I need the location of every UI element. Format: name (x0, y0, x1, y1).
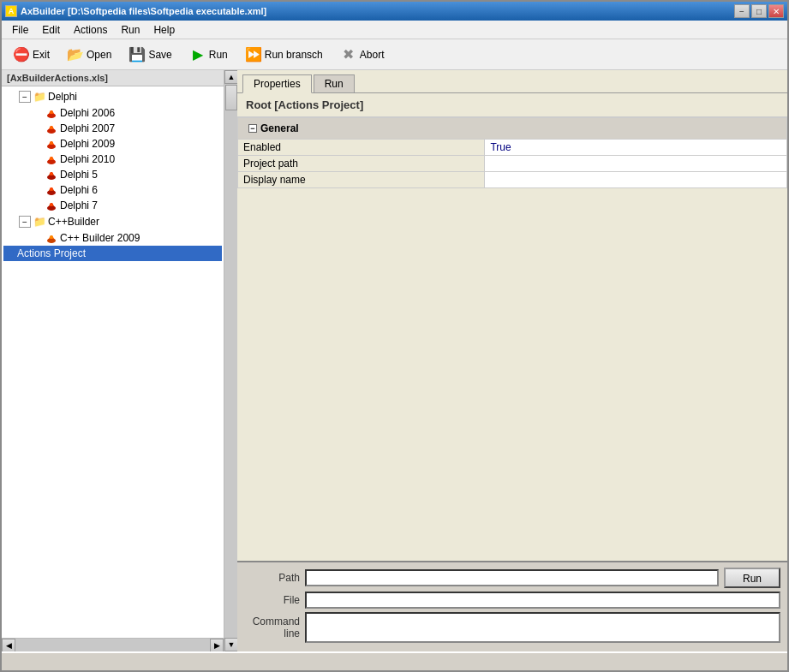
open-button[interactable]: 📂 Open (59, 43, 119, 67)
vscroll-thumb[interactable] (225, 85, 237, 110)
commandline-row: Command line (244, 612, 780, 643)
tree-node-delphi2010[interactable]: Delphi 2010 (3, 152, 222, 167)
main-content: [AxBuilderActions.xls] − 📁 Delphi (2, 70, 787, 651)
displayname-prop-value[interactable] (485, 172, 787, 188)
tab-properties[interactable]: Properties (242, 74, 312, 93)
properties-panel: Root [Actions Project] − General (237, 93, 787, 561)
tab-run[interactable]: Run (314, 74, 355, 92)
hscroll-right-button[interactable]: ▶ (210, 639, 224, 651)
path-label: Path (244, 572, 300, 584)
maximize-button[interactable]: □ (751, 4, 767, 18)
exit-label: Exit (33, 49, 50, 61)
runbranch-button[interactable]: ⏩ Run bransch (237, 43, 331, 67)
tab-bar: Properties Run (237, 70, 787, 93)
vertical-scrollbar[interactable]: ▲ ▼ (224, 70, 237, 651)
tree-node-delphi6[interactable]: Delphi 6 (3, 182, 222, 198)
main-window: A AxBuilder [D:\Softpedia files\Softpedi… (0, 0, 789, 672)
title-bar: A AxBuilder [D:\Softpedia files\Softpedi… (2, 2, 787, 21)
vscroll-track (224, 84, 237, 638)
path-input[interactable] (305, 569, 719, 586)
delphi2007-label: Delphi 2007 (60, 122, 115, 134)
delphi-expander[interactable]: − (19, 91, 31, 103)
bottom-run-button[interactable]: Run (724, 568, 780, 588)
projectpath-prop-value[interactable] (485, 156, 787, 172)
panel-header: Root [Actions Project] (237, 93, 787, 117)
table-row: Enabled True (238, 140, 787, 156)
delphi7-label: Delphi 7 (60, 199, 98, 211)
status-bar (2, 651, 787, 670)
menu-edit[interactable]: Edit (35, 22, 67, 38)
folder-cpp-icon: 📁 (33, 215, 46, 229)
tree-node-delphi-root[interactable]: − 📁 Delphi (3, 88, 222, 105)
displayname-prop-name: Display name (238, 172, 485, 188)
tree-node-actions-project[interactable]: Actions Project (3, 246, 222, 261)
exit-button[interactable]: ⛔ Exit (5, 43, 57, 67)
general-section-cell: − General (238, 118, 787, 140)
file-input[interactable] (305, 592, 780, 609)
svg-point-7 (50, 157, 53, 160)
tree-node-cpp-root[interactable]: − 📁 C++Builder (3, 213, 222, 230)
dot-indicator (7, 250, 14, 257)
tree-node-delphi5[interactable]: Delphi 5 (3, 167, 222, 182)
window-title: AxBuilder [D:\Softpedia files\Softpedia … (21, 6, 266, 16)
menu-file[interactable]: File (5, 22, 35, 38)
delphi7-icon (45, 199, 58, 212)
horizontal-scrollbar[interactable]: ◀ ▶ (2, 638, 224, 651)
projectpath-prop-name: Project path (238, 156, 485, 172)
delphi5-icon (45, 168, 58, 181)
cpp-expander[interactable]: − (19, 216, 31, 228)
menu-bar: File Edit Actions Run Help (2, 21, 787, 39)
open-icon: 📂 (67, 46, 84, 63)
vscroll-up-button[interactable]: ▲ (224, 70, 238, 84)
minimize-button[interactable]: − (734, 4, 750, 18)
tree-container[interactable]: − 📁 Delphi (2, 86, 224, 638)
save-label: Save (148, 49, 171, 61)
menu-actions[interactable]: Actions (67, 22, 114, 38)
cpp-root-label: C++Builder (48, 216, 99, 228)
tree-node-delphi7[interactable]: Delphi 7 (3, 198, 222, 213)
general-section-expander[interactable]: − (248, 124, 257, 133)
open-label: Open (87, 49, 111, 61)
enabled-prop-value[interactable]: True (485, 140, 787, 156)
app-icon: A (5, 5, 17, 17)
run-label: Run (209, 49, 228, 61)
abort-icon: ✖ (340, 46, 357, 63)
tree-area: [AxBuilderActions.xls] − 📁 Delphi (2, 70, 224, 651)
hscroll-left-button[interactable]: ◀ (2, 639, 15, 651)
exit-icon: ⛔ (13, 46, 30, 63)
delphi6-label: Delphi 6 (60, 184, 98, 196)
runbranch-label: Run bransch (265, 49, 323, 61)
cpp2009-label: C++ Builder 2009 (60, 232, 140, 244)
file-row: File (244, 592, 780, 609)
commandline-label: Command line (244, 616, 300, 639)
tree-node-cpp2009[interactable]: C++ Builder 2009 (3, 230, 222, 246)
abort-button[interactable]: ✖ Abort (332, 43, 392, 67)
window-controls: − □ ✕ (734, 4, 784, 18)
table-row: Display name (238, 172, 787, 188)
delphi2009-label: Delphi 2009 (60, 138, 115, 150)
tree-node-delphi2007[interactable]: Delphi 2007 (3, 121, 222, 136)
menu-help[interactable]: Help (146, 22, 182, 38)
svg-point-5 (50, 141, 53, 145)
run-button[interactable]: ▶ Run (182, 43, 236, 67)
close-button[interactable]: ✕ (768, 4, 784, 18)
enabled-label: Enabled (243, 141, 281, 153)
tree-node-delphi2009[interactable]: Delphi 2009 (3, 136, 222, 152)
delphi6-icon (45, 183, 58, 197)
vscroll-down-button[interactable]: ▼ (224, 638, 238, 651)
commandline-input[interactable] (305, 612, 780, 643)
hscroll-track (15, 639, 210, 651)
svg-point-13 (50, 203, 53, 206)
path-row: Path Run (244, 568, 780, 588)
properties-table: − General Enabled True (237, 117, 787, 188)
svg-point-9 (50, 172, 53, 175)
projectpath-label: Project path (243, 158, 298, 169)
title-bar-text: A AxBuilder [D:\Softpedia files\Softpedi… (5, 5, 266, 17)
enabled-prop-name: Enabled (238, 140, 485, 156)
tree-node-delphi2006[interactable]: Delphi 2006 (3, 105, 222, 121)
delphi5-label: Delphi 5 (60, 169, 98, 181)
save-button[interactable]: 💾 Save (121, 43, 179, 67)
menu-run[interactable]: Run (114, 22, 146, 38)
left-panel-wrapper: [AxBuilderActions.xls] − 📁 Delphi (2, 70, 237, 651)
svg-point-1 (50, 110, 53, 114)
